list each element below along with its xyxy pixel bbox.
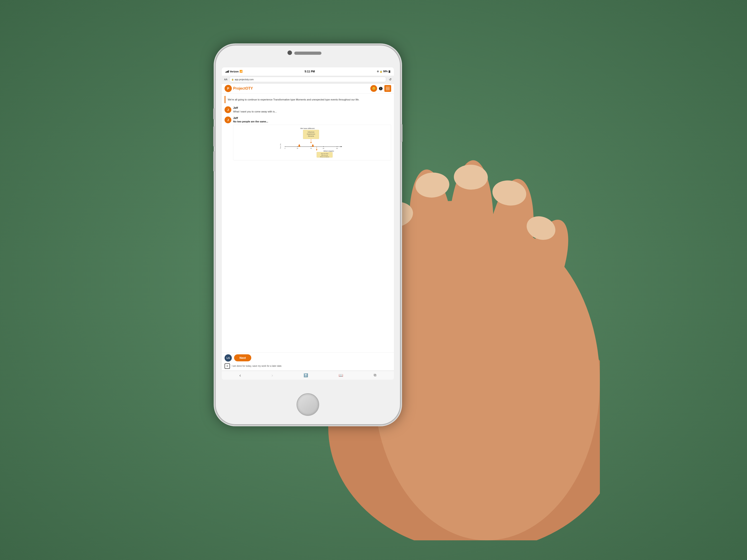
power-button — [401, 124, 403, 142]
browser-url-bar[interactable]: AA 🔒 app.projectoty.com ↺ — [222, 76, 394, 84]
bookmarks-button[interactable]: 📖 — [339, 373, 343, 377]
svg-point-7 — [503, 213, 579, 333]
svg-text:Moments: Moments — [308, 135, 314, 137]
text-size-button[interactable]: AA — [224, 78, 228, 81]
forward-button[interactable]: › — [272, 373, 273, 378]
quote-text: We're all going to continue to experienc… — [228, 98, 389, 102]
browser-bottom-bar: ‹ › ⬆️ 📖 ⧉ — [222, 371, 394, 380]
svg-point-12 — [491, 178, 528, 208]
svg-point-13 — [523, 212, 559, 243]
svg-marker-37 — [316, 149, 317, 151]
svg-point-4 — [403, 167, 461, 316]
save-text[interactable]: I am done for today, save my work for a … — [232, 365, 282, 367]
wifi-icon: 📶 — [239, 70, 243, 73]
user-avatar-button[interactable]: 😊 — [370, 85, 377, 92]
mute-button — [213, 108, 215, 119]
jeff-name-2: Jeff — [233, 116, 391, 120]
quote-block: We're all going to continue to experienc… — [225, 96, 391, 103]
svg-text:20: 20 — [297, 148, 298, 149]
logo-icon: P — [225, 85, 232, 92]
svg-marker-33 — [341, 146, 342, 147]
pause-icon[interactable]: ⏸ — [225, 364, 230, 369]
svg-text:60: 60 — [323, 148, 325, 149]
logo-text: ProjectOTY — [233, 86, 253, 90]
bottom-interaction-bar: LS Next ⏸ I am done for today, save my w… — [222, 352, 394, 371]
svg-text:40: 40 — [310, 148, 312, 149]
back-button[interactable]: ‹ — [239, 373, 241, 378]
next-row: LS Next — [225, 354, 391, 362]
menu-line-1 — [386, 87, 390, 87]
avatar-emoji: 😊 — [372, 87, 376, 90]
menu-line-2 — [386, 88, 390, 89]
svg-text:Which impacts:: Which impacts: — [324, 150, 334, 152]
status-bar: Verizon 📶 5:11 PM ⊙ 🔒 58% ▓ — [222, 68, 394, 76]
svg-text:Who we are: Who we are — [321, 155, 328, 156]
svg-marker-34 — [298, 144, 300, 146]
jeff-avatar-2: J — [225, 116, 231, 123]
app-header: P ProjectOTY 😊 1 — [222, 84, 394, 94]
jeff-text-1: What I want you to come away with is... — [233, 110, 391, 113]
carrier-label: Verizon — [230, 70, 238, 73]
volume-down-button — [213, 151, 215, 171]
svg-text:How we think: How we think — [321, 153, 329, 154]
lock-status-icon: 🔒 — [380, 70, 382, 73]
next-button[interactable]: Next — [234, 354, 251, 361]
reload-button[interactable]: ↺ — [389, 78, 392, 81]
jeff-initial-1: J — [227, 108, 229, 111]
notification-badge[interactable]: 1 — [379, 87, 383, 90]
address-bar[interactable]: 🔒 app.projectoty.com — [229, 77, 386, 82]
share-button[interactable]: ⬆️ — [304, 373, 308, 377]
svg-text:0: 0 — [285, 148, 285, 149]
ssl-lock-icon: 🔒 — [231, 78, 234, 81]
header-actions: 😊 1 — [370, 85, 391, 92]
scene: Verizon 📶 5:11 PM ⊙ 🔒 58% ▓ AA 🔒 — [170, 31, 577, 529]
time-display: 5:11 PM — [305, 70, 315, 73]
svg-point-1 — [374, 223, 600, 540]
battery-icon: ▓ — [389, 70, 390, 73]
volume-up-button — [213, 126, 215, 146]
svg-point-11 — [454, 164, 488, 190]
jeff-bold-text: No two people are the same... — [233, 120, 391, 123]
content-area[interactable]: We're all going to continue to experienc… — [222, 94, 394, 352]
speaker — [294, 52, 321, 55]
message-2-content: Jeff No two people are the same... We ha… — [233, 116, 391, 162]
diagram-svg: We have different: Influences Experience… — [235, 126, 390, 158]
save-row: ⏸ I am done for today, save my work for … — [225, 364, 391, 369]
svg-point-10 — [414, 171, 450, 199]
svg-marker-20 — [310, 142, 312, 143]
logo-letter: P — [227, 87, 229, 90]
svg-marker-35 — [312, 144, 314, 146]
menu-button[interactable] — [384, 85, 391, 92]
battery-label: 58% — [383, 70, 388, 73]
logo-plain: Project — [233, 86, 246, 90]
svg-text:What we believe: What we believe — [320, 156, 329, 158]
svg-point-6 — [478, 176, 541, 317]
life-diagram: We have different: Influences Experience… — [233, 125, 391, 160]
tabs-button[interactable]: ⧉ — [374, 373, 376, 377]
logo-accent: OTY — [246, 86, 253, 90]
svg-point-5 — [446, 159, 496, 310]
logo[interactable]: P ProjectOTY — [225, 85, 253, 92]
signal-icon — [226, 70, 229, 73]
phone-device: Verizon 📶 5:11 PM ⊙ 🔒 58% ▓ AA 🔒 — [215, 45, 401, 425]
jeff-initial-2: J — [227, 118, 229, 122]
chat-message-1: J Jeff What I want you to come away with… — [225, 106, 391, 113]
pause-symbol: ⏸ — [226, 365, 228, 367]
status-right: ⊙ 🔒 58% ▓ — [377, 70, 390, 73]
status-left: Verizon 📶 — [226, 70, 243, 73]
current-user-avatar: LS — [225, 354, 232, 362]
svg-text:80: 80 — [336, 148, 338, 149]
url-text[interactable]: app.projectoty.com — [235, 78, 254, 81]
svg-text:Your Life: Your Life — [280, 143, 281, 149]
menu-line-3 — [386, 89, 390, 90]
svg-text:Influences: Influences — [308, 131, 314, 133]
phone-screen: Verizon 📶 5:11 PM ⊙ 🔒 58% ▓ AA 🔒 — [222, 68, 394, 380]
svg-text:We have different:: We have different: — [300, 127, 315, 129]
signal-dots-icon: ⊙ — [377, 70, 379, 73]
user-initials: LS — [227, 356, 230, 359]
chat-message-2: J Jeff No two people are the same... We … — [225, 116, 391, 162]
front-camera — [287, 50, 292, 55]
home-button[interactable] — [297, 393, 319, 416]
message-1-content: Jeff What I want you to come away with i… — [233, 106, 391, 113]
svg-text:Experiences: Experiences — [307, 133, 315, 135]
